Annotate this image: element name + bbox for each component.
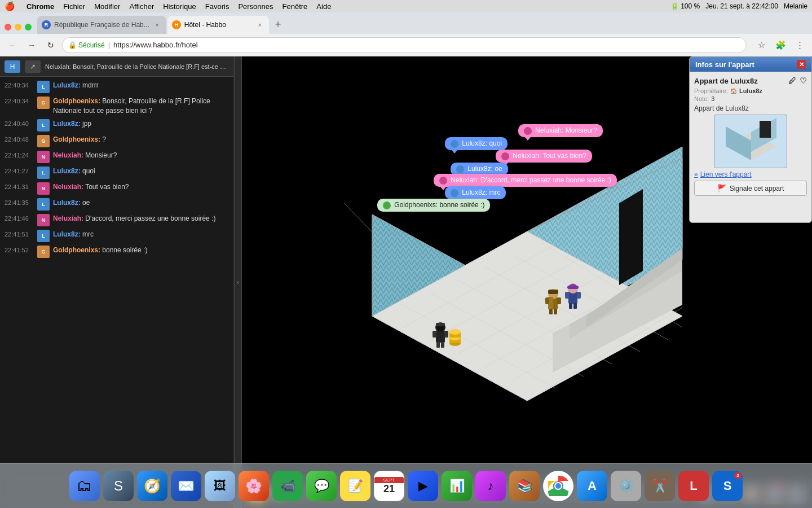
svg-rect-47 <box>548 290 558 294</box>
chat-message: 22:41:52 G Goldphoenixs: bonne soirée :) <box>0 244 233 260</box>
chat-avatar: G <box>37 97 50 109</box>
tab-republique[interactable]: R République Française de Hab... × <box>37 16 166 34</box>
forward-btn[interactable]: → <box>24 37 39 53</box>
apple-menu[interactable]: 🍎 <box>5 1 15 11</box>
svg-point-39 <box>449 329 461 335</box>
chat-message: 22:41:31 N Neluxiah: Tout vas bien? <box>0 181 233 196</box>
chat-avatar: L <box>37 81 50 93</box>
tab-hotel-close[interactable]: × <box>255 20 264 29</box>
chat-avatar: L <box>37 198 50 211</box>
dock-siri[interactable]: S <box>103 471 134 501</box>
reload-btn[interactable]: ↻ <box>43 37 59 53</box>
extension-btn[interactable]: 🧩 <box>773 37 788 53</box>
svg-rect-30 <box>436 323 445 326</box>
chat-header-text: Neluxiah: Bonsoir, Patrouille de la Poli… <box>45 63 229 70</box>
chat-time: 22:40:40 <box>5 119 34 127</box>
iso-room-svg <box>344 147 710 418</box>
dock-spark[interactable]: S 2 <box>712 471 743 501</box>
dock-itunes[interactable]: ♪ <box>475 471 506 501</box>
svg-rect-52 <box>569 303 572 309</box>
chat-icon-1[interactable]: H <box>5 60 20 73</box>
dock-messages[interactable]: 💬 <box>306 471 337 501</box>
dock-scissors[interactable]: ✂️ <box>645 471 675 501</box>
new-tab-btn[interactable]: ＋ <box>270 16 286 32</box>
chat-expand-btn[interactable]: ↗ <box>25 60 41 73</box>
user-name: Melanie <box>784 2 807 10</box>
app-name[interactable]: Chrome <box>27 2 54 11</box>
chat-text-content: Neluxiah: Monsieur? <box>53 151 229 160</box>
dock-appstore[interactable]: A <box>577 471 607 501</box>
chat-message: 22:40:40 L Lulux8z: jpp <box>0 117 233 133</box>
menu-fenetre[interactable]: Fenêtre <box>283 2 308 11</box>
svg-rect-34 <box>441 342 444 348</box>
chat-time: 22:41:27 <box>5 167 34 174</box>
menu-favoris[interactable]: Favoris <box>205 2 230 11</box>
chat-avatar: L <box>37 119 50 132</box>
minimize-window-btn[interactable] <box>15 24 21 30</box>
chat-avatar: N <box>37 151 50 163</box>
svg-rect-46 <box>554 309 557 314</box>
content-area: H ↗ Neluxiah: Bonsoir, Patrouille de la … <box>0 56 812 508</box>
dock-finder[interactable]: 🗂 <box>69 471 100 501</box>
menu-aide[interactable]: Aide <box>316 2 331 11</box>
svg-rect-58 <box>760 121 771 138</box>
chat-messages[interactable]: 22:40:34 L Lulux8z: mdrrr 22:40:34 G Gol… <box>0 77 233 508</box>
tab-hotel[interactable]: H Hôtel - Habbo × <box>167 16 269 34</box>
close-window-btn[interactable] <box>5 24 11 30</box>
signal-btn[interactable]: 🚩 Signale cet appart <box>694 181 807 196</box>
fullscreen-window-btn[interactable] <box>25 24 32 30</box>
menu-fichier[interactable]: Fichier <box>63 2 85 11</box>
game-area[interactable]: Neluxiah: Monsieur? Lulux8z: quoi Neluxi… <box>242 56 812 508</box>
dock-preview[interactable]: 🖼 <box>205 471 235 501</box>
svg-rect-31 <box>433 331 436 338</box>
datetime: Jeu. 21 sept. à 22:42:00 <box>705 2 778 10</box>
chat-time: 22:41:31 <box>5 182 34 190</box>
dock-numbers[interactable]: 📊 <box>442 471 472 501</box>
chat-avatar: G <box>37 246 50 258</box>
dock-calendar[interactable]: SEPT 21 <box>374 471 404 501</box>
svg-rect-43 <box>545 297 549 304</box>
dock-safari[interactable]: 🧭 <box>137 471 167 501</box>
dock-mail[interactable]: ✉️ <box>171 471 201 501</box>
appart-fav-icon[interactable]: ♡ <box>800 76 807 85</box>
nav-right-icons: ☆ 🧩 ⋮ <box>753 37 807 53</box>
dock-keynote[interactable]: ▶ <box>408 471 438 501</box>
svg-rect-53 <box>573 303 577 309</box>
dock-facetime[interactable]: 📹 <box>272 471 303 501</box>
dock-photos[interactable]: 🌸 <box>239 471 269 501</box>
chrome-window: R République Française de Hab... × H Hôt… <box>0 12 812 508</box>
appart-link[interactable]: » Lien vers l'appart <box>694 170 807 178</box>
dock-lexis[interactable]: L <box>678 471 709 501</box>
dock-stickies[interactable]: 📝 <box>340 471 370 501</box>
appart-edit-icon[interactable]: 🖊 <box>788 76 796 85</box>
chat-text-content: Lulux8z: mrc <box>53 230 229 239</box>
menu-afficher[interactable]: Afficher <box>129 2 154 11</box>
chat-message: 22:41:35 L Lulux8z: oe <box>0 196 233 212</box>
chat-text-content: Neluxiah: D'accord, merci passez une bon… <box>53 214 229 224</box>
menu-historique[interactable]: Historique <box>163 2 196 11</box>
tab-bar: R République Française de Hab... × H Hôt… <box>0 12 812 34</box>
info-panel-close-btn[interactable]: ✕ <box>797 60 806 69</box>
dock-settings[interactable]: ⚙️ <box>611 471 641 501</box>
tab-republique-close[interactable]: × <box>153 20 162 29</box>
flag-icon: 🚩 <box>717 184 726 192</box>
appart-title: Appart de Lulux8z 🖊 ♡ <box>694 76 807 85</box>
menu-modifier[interactable]: Modifier <box>94 2 120 11</box>
collapse-handle[interactable]: ‹ <box>234 56 242 508</box>
address-bar[interactable]: 🔒 Sécurisé | https://www.habbo.fr/hotel <box>62 37 747 53</box>
back-btn[interactable]: ← <box>5 37 20 53</box>
chat-text-content: Lulux8z: quoi <box>53 167 229 176</box>
chat-time: 22:40:34 <box>5 97 34 104</box>
bookmark-btn[interactable]: ☆ <box>753 37 769 53</box>
dock-chrome[interactable] <box>543 471 573 501</box>
menu-personnes[interactable]: Personnes <box>238 2 273 11</box>
chat-message: 22:40:48 G Goldphoenixs: ? <box>0 133 233 149</box>
chat-avatar: L <box>37 230 50 242</box>
svg-rect-44 <box>557 297 561 304</box>
appart-thumbnail <box>714 115 787 168</box>
more-btn[interactable]: ⋮ <box>792 37 807 53</box>
chat-time: 22:41:52 <box>5 246 34 253</box>
dock-books[interactable]: 📚 <box>509 471 540 501</box>
svg-marker-26 <box>619 189 643 285</box>
chat-text-content: Lulux8z: mdrrr <box>53 81 229 90</box>
